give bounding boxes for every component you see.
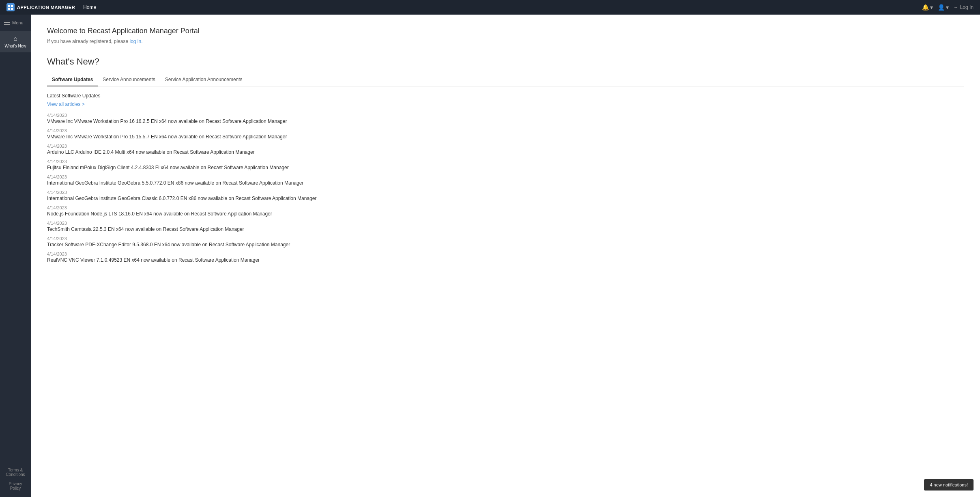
svg-rect-1: [11, 5, 13, 7]
article-title[interactable]: VMware Inc VMware Workstation Pro 16 16.…: [47, 118, 964, 124]
nav-right: 🔔 ▾ 👤 ▾ → Log In: [922, 4, 974, 11]
welcome-title: Welcome to Recast Application Manager Po…: [47, 27, 964, 35]
menu-label: Menu: [12, 20, 24, 25]
svg-rect-2: [8, 8, 10, 10]
bell-button[interactable]: 🔔 ▾: [922, 4, 933, 11]
logo-icon: [6, 3, 15, 11]
svg-rect-3: [11, 8, 13, 10]
home-nav-link[interactable]: Home: [83, 4, 96, 10]
user-dropdown-icon: ▾: [946, 4, 949, 11]
article-date: 4/14/2023: [47, 159, 964, 164]
article-title[interactable]: VMware Inc VMware Workstation Pro 15 15.…: [47, 134, 964, 140]
article-item: 4/14/2023 Node.js Foundation Node.js LTS…: [47, 205, 964, 217]
welcome-subtitle-text: If you have already registered, please: [47, 39, 128, 44]
article-title[interactable]: International GeoGebra Institute GeoGebr…: [47, 180, 964, 186]
article-date: 4/14/2023: [47, 252, 964, 256]
article-item: 4/14/2023 VMware Inc VMware Workstation …: [47, 128, 964, 140]
article-date: 4/14/2023: [47, 205, 964, 210]
hamburger-icon: [4, 21, 10, 25]
welcome-subtitle: If you have already registered, please l…: [47, 39, 964, 44]
article-date: 4/14/2023: [47, 190, 964, 195]
article-title[interactable]: Tracker Software PDF-XChange Editor 9.5.…: [47, 242, 964, 247]
main-content: Welcome to Recast Application Manager Po…: [31, 15, 980, 497]
articles-list: 4/14/2023 VMware Inc VMware Workstation …: [47, 113, 964, 263]
terms-link[interactable]: Terms & Conditions: [2, 465, 28, 479]
tabs: Software Updates Service Announcements S…: [47, 73, 964, 86]
menu-button[interactable]: Menu: [0, 15, 31, 31]
nav-left: APPLICATION MANAGER Home: [6, 3, 96, 11]
login-label: Log In: [960, 4, 974, 10]
article-item: 4/14/2023 Tracker Software PDF-XChange E…: [47, 236, 964, 247]
article-title[interactable]: TechSmith Camtasia 22.5.3 EN x64 now ava…: [47, 226, 964, 232]
article-item: 4/14/2023 International GeoGebra Institu…: [47, 174, 964, 186]
article-date: 4/14/2023: [47, 236, 964, 241]
article-title[interactable]: Fujitsu Finland mPolux DigiSign Client 4…: [47, 165, 964, 170]
article-item: 4/14/2023 Fujitsu Finland mPolux DigiSig…: [47, 159, 964, 170]
app-logo: APPLICATION MANAGER: [6, 3, 75, 11]
app-logo-text: APPLICATION MANAGER: [17, 5, 75, 10]
view-all-articles-link[interactable]: View all articles >: [47, 101, 85, 107]
tab-service-application-announcements[interactable]: Service Application Announcements: [160, 73, 247, 86]
login-inline-link[interactable]: log in.: [129, 39, 142, 44]
notification-text: 4 new notifications!: [930, 482, 968, 487]
article-title[interactable]: International GeoGebra Institute GeoGebr…: [47, 196, 964, 201]
user-button[interactable]: 👤 ▾: [938, 4, 949, 11]
welcome-section: Welcome to Recast Application Manager Po…: [47, 27, 964, 44]
article-date: 4/14/2023: [47, 221, 964, 226]
article-date: 4/14/2023: [47, 174, 964, 179]
sidebar-item-label: What's New: [4, 44, 26, 48]
latest-label: Latest Software Updates: [47, 93, 964, 99]
sidebar-top: Menu ⌂ What's New: [0, 15, 31, 52]
whats-new-section: What's New? Software Updates Service Ann…: [47, 56, 964, 263]
user-icon: 👤: [938, 4, 945, 11]
notification-toast: 4 new notifications!: [924, 479, 974, 491]
article-item: 4/14/2023 RealVNC VNC Viewer 7.1.0.49523…: [47, 252, 964, 263]
login-button[interactable]: → Log In: [954, 4, 974, 10]
top-nav: APPLICATION MANAGER Home 🔔 ▾ 👤 ▾ → Log I…: [0, 0, 980, 15]
article-item: 4/14/2023 VMware Inc VMware Workstation …: [47, 113, 964, 124]
tab-software-updates[interactable]: Software Updates: [47, 73, 98, 86]
whats-new-title: What's New?: [47, 56, 964, 67]
article-date: 4/14/2023: [47, 113, 964, 118]
login-icon: →: [954, 4, 959, 10]
article-title[interactable]: Arduino LLC Arduino IDE 2.0.4 Multi x64 …: [47, 149, 964, 155]
article-title[interactable]: RealVNC VNC Viewer 7.1.0.49523 EN x64 no…: [47, 257, 964, 263]
svg-rect-0: [8, 5, 10, 7]
article-item: 4/14/2023 TechSmith Camtasia 22.5.3 EN x…: [47, 221, 964, 232]
article-title[interactable]: Node.js Foundation Node.js LTS 18.16.0 E…: [47, 211, 964, 217]
article-item: 4/14/2023 International GeoGebra Institu…: [47, 190, 964, 201]
article-date: 4/14/2023: [47, 128, 964, 133]
article-date: 4/14/2023: [47, 144, 964, 148]
sidebar-bottom: Terms & Conditions Privacy Policy: [0, 461, 31, 497]
bell-dropdown-icon: ▾: [930, 4, 933, 11]
privacy-link[interactable]: Privacy Policy: [2, 479, 28, 493]
article-item: 4/14/2023 Arduino LLC Arduino IDE 2.0.4 …: [47, 144, 964, 155]
home-icon: ⌂: [13, 35, 17, 42]
bell-icon: 🔔: [922, 4, 929, 11]
sidebar-item-whats-new[interactable]: ⌂ What's New: [0, 31, 31, 52]
sidebar: Menu ⌂ What's New Terms & Conditions Pri…: [0, 15, 31, 497]
tab-service-announcements[interactable]: Service Announcements: [98, 73, 160, 86]
